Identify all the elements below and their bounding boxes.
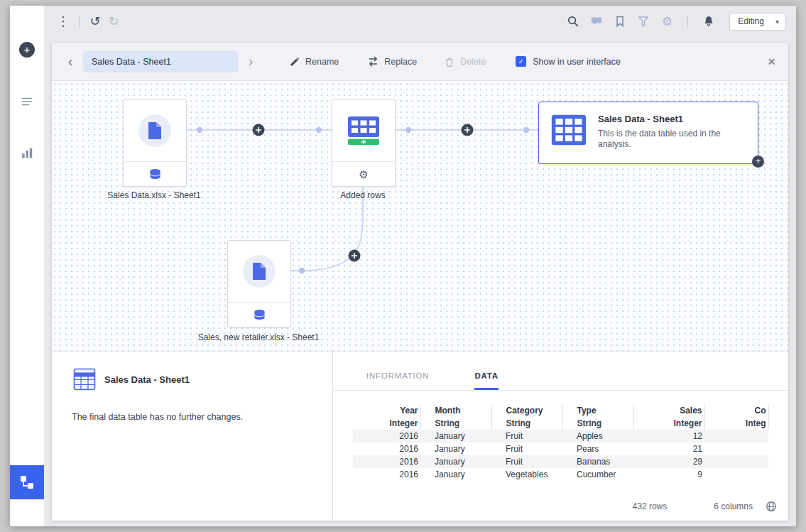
show-in-ui-checkbox-group[interactable]: ✓ Show in user interface xyxy=(516,56,621,67)
operation-settings-icon[interactable]: ⚙ xyxy=(359,169,368,180)
preview-table: Year Month Category Type Sales Co Intege… xyxy=(353,404,769,481)
app-window: + ⋮ ↺ ↻ xyxy=(10,6,796,526)
column-count: 6 columns xyxy=(714,501,753,511)
redo-icon[interactable]: ↻ xyxy=(104,12,123,31)
rename-label: Rename xyxy=(305,57,339,67)
column-header[interactable]: Month xyxy=(420,404,491,417)
visualizations-icon[interactable] xyxy=(20,146,34,160)
kebab-menu-icon[interactable]: ⋮ xyxy=(54,12,72,31)
source-title-input[interactable] xyxy=(83,51,238,72)
column-header[interactable]: Category xyxy=(491,404,562,417)
data-canvas-tile[interactable] xyxy=(10,465,44,499)
data-preview-pane: INFORMATION DATA Year Month Category xyxy=(333,352,788,521)
column-type: Integer xyxy=(633,417,704,430)
close-icon[interactable]: × xyxy=(768,55,775,68)
replace-icon xyxy=(367,55,379,67)
preview-footer: 432 rows 6 columns xyxy=(633,501,777,512)
file-icon-circle xyxy=(243,255,276,288)
file-icon-circle xyxy=(138,114,171,147)
chevron-down-icon: ▾ xyxy=(775,18,779,26)
operation-node-added-rows[interactable]: ⚙ xyxy=(332,99,396,187)
replace-label: Replace xyxy=(384,57,417,67)
source-node-new-retailer[interactable] xyxy=(227,240,291,327)
file-icon xyxy=(251,262,267,281)
column-type-row: Integer String String String Integer Int… xyxy=(353,417,768,430)
tab-information[interactable]: INFORMATION xyxy=(366,371,429,390)
column-type: String xyxy=(420,417,491,430)
table-row: 2016 January Fruit Bananas 29 xyxy=(353,455,768,468)
delete-label: Delete xyxy=(460,57,486,67)
details-title: Sales Data - Sheet1 xyxy=(104,374,190,385)
node-label: Sales, new retailer.xlsx - Sheet1 xyxy=(180,332,337,342)
comment-icon[interactable] xyxy=(587,12,606,31)
globe-icon[interactable] xyxy=(766,501,777,512)
node-label: Added rows xyxy=(285,190,441,200)
column-header[interactable]: Co xyxy=(704,404,768,417)
forward-chevron-icon[interactable]: › xyxy=(245,53,256,70)
source-header: ‹ › Rename Replace xyxy=(52,43,788,81)
pencil-icon xyxy=(289,56,300,67)
final-node-text: Sales Data - Sheet1 This is the data tab… xyxy=(598,113,740,153)
final-node-title: Sales Data - Sheet1 xyxy=(598,114,740,124)
search-icon[interactable] xyxy=(564,12,582,31)
final-table-node[interactable]: Sales Data - Sheet1 This is the data tab… xyxy=(538,102,758,164)
data-canvas-panel: ‹ › Rename Replace xyxy=(52,43,788,521)
data-icon[interactable] xyxy=(20,94,34,109)
column-type: String xyxy=(562,417,633,430)
details-area: Sales Data - Sheet1 The final data table… xyxy=(52,351,788,521)
bookmark-icon[interactable] xyxy=(611,12,629,31)
checkbox-checked-icon[interactable]: ✓ xyxy=(516,56,526,67)
top-toolbar: ⋮ ↺ ↻ ⚙ xyxy=(44,6,796,37)
trash-icon xyxy=(444,56,455,67)
toolbar-right-group: ⚙ Editing ▾ xyxy=(564,12,786,31)
added-rows-icon xyxy=(347,116,380,146)
table-row: 2016 January Fruit Apples 12 xyxy=(353,430,768,443)
database-icon xyxy=(148,168,162,180)
column-header[interactable]: Type xyxy=(562,404,633,417)
data-canvas-icon xyxy=(18,474,36,491)
final-node-description: This is the data table used in the analy… xyxy=(598,129,740,150)
bell-icon[interactable] xyxy=(699,12,718,31)
delete-button[interactable]: Delete xyxy=(444,56,486,67)
table-row: 2016 January Fruit Pears 21 xyxy=(353,443,768,455)
plus-icon: + xyxy=(24,43,31,55)
column-header-row: Year Month Category Type Sales Co xyxy=(353,404,768,417)
file-icon xyxy=(147,121,163,140)
back-chevron-icon[interactable]: ‹ xyxy=(65,53,76,70)
database-icon xyxy=(253,309,266,321)
node-label: Sales Data.xlsx - Sheet1 xyxy=(76,190,232,200)
graph-canvas[interactable]: Sales Data.xlsx - Sheet1 xyxy=(52,81,788,351)
filter-icon[interactable] xyxy=(634,12,653,31)
source-node-sales-data[interactable] xyxy=(123,99,187,187)
editing-mode-dropdown[interactable]: Editing ▾ xyxy=(729,13,786,31)
preview-tabs: INFORMATION DATA xyxy=(333,352,788,391)
rename-button[interactable]: Rename xyxy=(289,56,339,67)
row-count: 432 rows xyxy=(633,501,668,511)
replace-button[interactable]: Replace xyxy=(367,55,417,67)
left-rail: + xyxy=(10,6,44,526)
mode-label: Editing xyxy=(738,16,764,26)
selection-details-pane: Sales Data - Sheet1 The final data table… xyxy=(52,352,333,521)
column-type: Integer xyxy=(353,417,420,430)
tab-data[interactable]: DATA xyxy=(474,371,498,390)
table-outline-icon xyxy=(73,368,96,393)
gear-icon[interactable]: ⚙ xyxy=(658,12,676,31)
undo-icon[interactable]: ↺ xyxy=(86,12,104,31)
show-in-ui-label: Show in user interface xyxy=(533,57,621,67)
toolbar-divider xyxy=(79,15,80,28)
toolbar-divider xyxy=(687,15,688,28)
desktop-background: + ⋮ ↺ ↻ xyxy=(0,0,806,532)
add-button[interactable]: + xyxy=(19,42,35,58)
column-type: Integ xyxy=(704,417,768,430)
add-transformation-button[interactable]: + xyxy=(752,156,764,168)
column-header[interactable]: Sales xyxy=(633,404,704,417)
column-type: String xyxy=(491,417,562,430)
table-icon xyxy=(550,113,587,147)
column-header[interactable]: Year xyxy=(353,404,420,417)
table-row: 2016 January Vegetables Cucumber 9 xyxy=(353,468,768,481)
details-message: The final data table has no further chan… xyxy=(72,412,243,422)
